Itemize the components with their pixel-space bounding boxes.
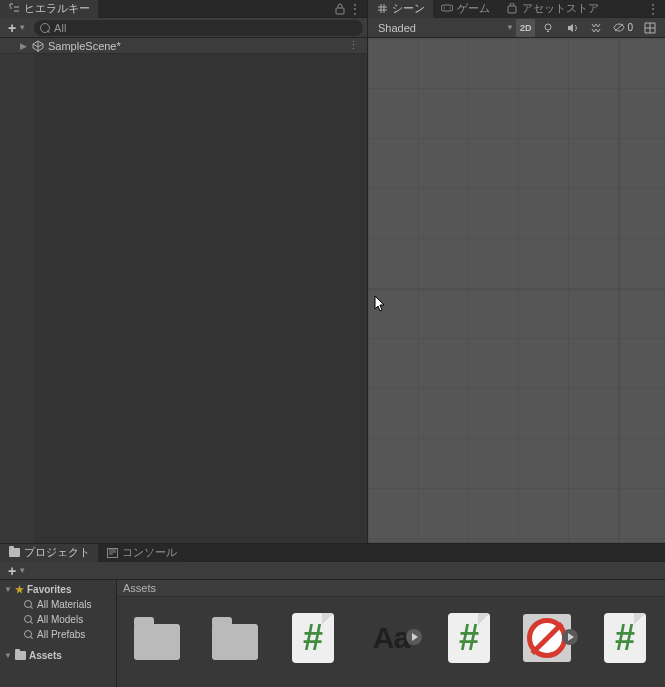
- toggle-2d-button[interactable]: 2D: [516, 19, 536, 37]
- lock-icon[interactable]: [335, 3, 345, 15]
- expand-toggle-icon[interactable]: ▶: [20, 41, 27, 51]
- scene-panel: シーン ゲーム アセットストア ⋮: [368, 0, 665, 543]
- project-create-button[interactable]: + ▼: [4, 563, 30, 579]
- hierarchy-icon: [8, 3, 20, 15]
- chevron-down-icon: ▼: [18, 23, 26, 32]
- favorites-label: Favorites: [27, 584, 71, 595]
- tab-project-label: プロジェクト: [24, 545, 90, 560]
- toggle-2d-label: 2D: [520, 23, 532, 33]
- favorite-label: All Prefabs: [37, 629, 85, 640]
- tab-game[interactable]: ゲーム: [433, 0, 498, 18]
- row-menu-icon[interactable]: ⋮: [340, 39, 367, 52]
- lighting-toggle-button[interactable]: [537, 19, 559, 37]
- audio-toggle-button[interactable]: [561, 19, 583, 37]
- asset-font[interactable]: Aa: [365, 611, 417, 665]
- shading-mode-dropdown[interactable]: Shaded: [372, 19, 422, 37]
- asset-folder[interactable]: [209, 611, 261, 665]
- favorite-label: All Models: [37, 614, 83, 625]
- project-tree: ▼ ★ Favorites All Materials All Models A…: [0, 580, 117, 687]
- folder-icon: [212, 624, 258, 660]
- asset-folder[interactable]: [131, 611, 183, 665]
- play-overlay-icon: [562, 629, 578, 645]
- prohibit-icon: [527, 618, 567, 658]
- csharp-script-icon: #: [292, 613, 334, 663]
- breadcrumb-label: Assets: [123, 582, 156, 594]
- svg-rect-4: [508, 6, 516, 13]
- folder-icon: [15, 651, 26, 660]
- breadcrumb[interactable]: Assets: [117, 580, 665, 597]
- tab-assetstore[interactable]: アセットストア: [498, 0, 607, 18]
- tab-console-label: コンソール: [122, 545, 177, 560]
- search-icon: [24, 615, 34, 625]
- favorites-header[interactable]: ▼ ★ Favorites: [0, 582, 116, 597]
- search-icon: [24, 630, 34, 640]
- gizmos-grid-button[interactable]: [639, 19, 661, 37]
- assets-root-label: Assets: [29, 650, 62, 661]
- chevron-down-icon: ▼: [506, 23, 514, 32]
- tab-hierarchy[interactable]: ヒエラルキー: [0, 0, 98, 18]
- favorite-all-prefabs[interactable]: All Prefabs: [0, 627, 116, 642]
- chevron-down-icon: ▼: [18, 566, 26, 575]
- favorite-all-models[interactable]: All Models: [0, 612, 116, 627]
- tab-game-label: ゲーム: [457, 1, 490, 16]
- hidden-count-label: 0: [627, 22, 633, 33]
- tab-console[interactable]: コンソール: [98, 544, 185, 562]
- hierarchy-search-input[interactable]: All: [34, 20, 363, 36]
- tab-assetstore-label: アセットストア: [522, 1, 599, 16]
- favorite-all-materials[interactable]: All Materials: [0, 597, 116, 612]
- unity-scene-icon: [32, 40, 44, 52]
- create-button[interactable]: + ▼: [4, 20, 30, 36]
- folder-icon: [134, 624, 180, 660]
- play-overlay-icon: [406, 629, 422, 645]
- asset-script[interactable]: #: [443, 611, 495, 665]
- scene-row[interactable]: ▶ SampleScene* ⋮: [0, 38, 367, 54]
- console-icon: [106, 547, 118, 559]
- search-placeholder: All: [54, 22, 66, 34]
- assets-grid[interactable]: # Aa # #: [117, 597, 665, 687]
- csharp-script-icon: #: [604, 613, 646, 663]
- project-icon: [8, 547, 20, 559]
- svg-point-5: [545, 24, 551, 30]
- scene-grid: [368, 38, 665, 543]
- search-icon: [24, 600, 34, 610]
- tab-project[interactable]: プロジェクト: [0, 544, 98, 562]
- svg-rect-0: [336, 8, 344, 14]
- csharp-script-icon: #: [448, 613, 490, 663]
- scene-viewport[interactable]: [368, 38, 665, 543]
- favorite-label: All Materials: [37, 599, 91, 610]
- tab-menu-icon[interactable]: ⋮: [647, 2, 659, 16]
- hidden-objects-button[interactable]: 0: [609, 19, 637, 37]
- expand-toggle-icon[interactable]: ▼: [4, 585, 12, 594]
- scene-icon: [376, 3, 388, 15]
- tab-menu-icon[interactable]: ⋮: [349, 2, 361, 16]
- assets-header[interactable]: ▼ Assets: [0, 648, 116, 663]
- svg-point-2: [443, 7, 445, 9]
- hierarchy-panel: ヒエラルキー ⋮ + ▼ All: [0, 0, 368, 543]
- shading-mode-label: Shaded: [378, 22, 416, 34]
- svg-rect-1: [441, 5, 453, 11]
- hierarchy-empty-area[interactable]: [34, 54, 367, 543]
- tab-hierarchy-label: ヒエラルキー: [24, 1, 90, 16]
- font-icon: Aa: [373, 621, 409, 655]
- assetstore-icon: [506, 3, 518, 15]
- expand-toggle-icon[interactable]: ▼: [4, 651, 12, 660]
- scene-name-label: SampleScene*: [48, 40, 121, 52]
- asset-script[interactable]: #: [287, 611, 339, 665]
- asset-script[interactable]: #: [599, 611, 651, 665]
- gamepad-icon: [441, 3, 453, 15]
- star-icon: ★: [15, 584, 24, 595]
- asset-image[interactable]: [521, 611, 573, 665]
- tab-scene-label: シーン: [392, 1, 425, 16]
- tab-scene[interactable]: シーン: [368, 0, 433, 18]
- effects-toggle-button[interactable]: [585, 19, 607, 37]
- svg-point-3: [449, 7, 451, 9]
